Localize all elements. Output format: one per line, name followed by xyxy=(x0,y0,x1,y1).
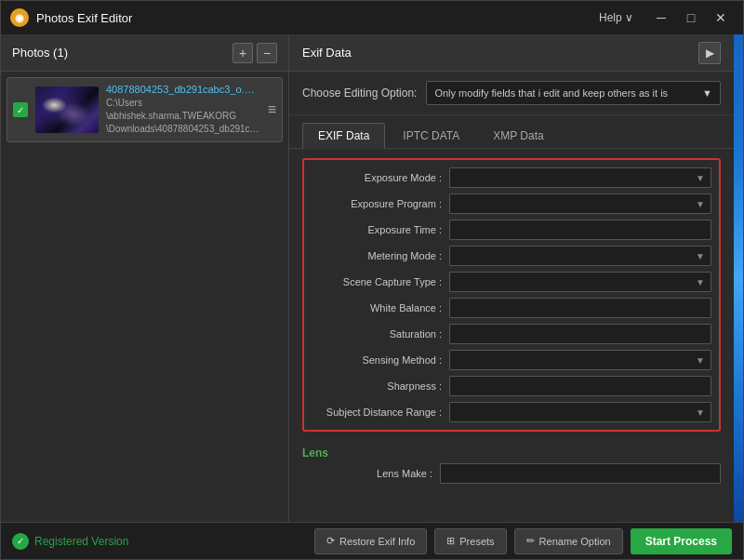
field-label-exposure-program: Exposure Program : xyxy=(312,198,442,209)
photo-path-1: C:\Users xyxy=(106,97,260,110)
photo-path-3: \Downloads\40878804253_db291ca... xyxy=(106,123,260,136)
registered-icon: ✓ xyxy=(12,533,29,550)
restore-icon: ⟳ xyxy=(326,535,335,547)
exif-panel: Exif Data ▶ Choose Editing Option: Only … xyxy=(289,34,734,522)
field-row-sharpness: Sharpness : xyxy=(312,376,711,396)
field-row-exposure-program: Exposure Program : ▼ xyxy=(312,193,711,214)
field-input-sensing-method[interactable]: ▼ xyxy=(449,350,711,370)
field-row-exposure-time: Exposure Time : xyxy=(312,220,711,240)
tab-xmp-data[interactable]: XMP Data xyxy=(477,123,559,148)
status-bar: ✓ Registered Version ⟳ Restore Exif Info… xyxy=(1,522,743,559)
fields-group: Exposure Mode : ▼ Exposure Program : ▼ xyxy=(302,158,721,432)
remove-photo-button[interactable]: − xyxy=(257,43,277,63)
field-label-scene-capture: Scene Capture Type : xyxy=(312,276,442,287)
field-label-metering-mode: Metering Mode : xyxy=(312,250,442,261)
field-row-scene-capture: Scene Capture Type : ▼ xyxy=(312,272,711,292)
lens-field-row-make: Lens Make : xyxy=(302,463,721,484)
registered-label: Registered Version xyxy=(34,535,128,548)
field-row-metering-mode: Metering Mode : ▼ xyxy=(312,246,711,266)
field-label-white-balance: White Balance : xyxy=(312,302,442,313)
photo-checkbox[interactable]: ✓ xyxy=(13,102,28,117)
editing-option-select[interactable]: Only modify fields that i edit and keep … xyxy=(426,81,721,105)
field-row-exposure-mode: Exposure Mode : ▼ xyxy=(312,167,711,188)
main-content: Photos (1) + − ✓ 40878804253_db291cabc3_… xyxy=(1,34,743,522)
app-icon: ◉ xyxy=(10,8,29,27)
dropdown-arrow-subject-distance: ▼ xyxy=(696,407,705,418)
field-label-saturation: Saturation : xyxy=(312,328,442,340)
field-input-scene-capture[interactable]: ▼ xyxy=(449,272,711,292)
field-input-subject-distance[interactable]: ▼ xyxy=(449,402,711,422)
dropdown-arrow-exposure-mode: ▼ xyxy=(696,173,705,183)
maximize-button[interactable]: □ xyxy=(678,7,704,28)
registered-badge: ✓ Registered Version xyxy=(12,533,128,550)
restore-exif-button[interactable]: ⟳ Restore Exif Info xyxy=(314,528,427,554)
dropdown-arrow-sensing-method: ▼ xyxy=(696,355,705,366)
field-input-sharpness[interactable] xyxy=(449,376,711,396)
editing-option-row: Choose Editing Option: Only modify field… xyxy=(289,72,734,115)
photo-filename: 40878804253_db291cabc3_o.png xyxy=(106,84,260,95)
exif-header: Exif Data ▶ xyxy=(289,34,734,72)
field-input-metering-mode[interactable]: ▼ xyxy=(449,246,711,266)
field-input-white-balance[interactable] xyxy=(449,298,711,318)
start-process-button[interactable]: Start Process xyxy=(631,528,732,554)
add-photo-button[interactable]: + xyxy=(232,43,253,63)
field-input-exposure-mode[interactable]: ▼ xyxy=(449,167,711,188)
field-row-subject-distance: Subject Distance Range : ▼ xyxy=(312,402,711,422)
rename-label: Rename Option xyxy=(539,536,611,547)
right-edge-decoration xyxy=(734,34,743,522)
editing-option-value: Only modify fields that i edit and keep … xyxy=(434,87,668,99)
field-label-subject-distance: Subject Distance Range : xyxy=(312,407,442,418)
field-label-exposure-time: Exposure Time : xyxy=(312,224,442,235)
photos-list: ✓ 40878804253_db291cabc3_o.png C:\Users … xyxy=(1,72,288,522)
field-row-saturation: Saturation : xyxy=(312,324,711,344)
field-input-exposure-program[interactable]: ▼ xyxy=(449,193,711,214)
title-bar: ◉ Photos Exif Editor Help ∨ ─ □ ✕ xyxy=(1,1,743,34)
exif-title: Exif Data xyxy=(302,46,698,60)
presets-label: Presets xyxy=(459,536,494,547)
lens-field-label-make: Lens Make : xyxy=(302,468,432,479)
window-controls: Help ∨ ─ □ ✕ xyxy=(599,7,734,28)
exif-nav-button[interactable]: ▶ xyxy=(698,42,721,64)
editing-option-arrow: ▼ xyxy=(702,87,712,99)
field-label-sharpness: Sharpness : xyxy=(312,380,442,392)
presets-icon: ⊞ xyxy=(446,535,455,547)
dropdown-arrow-metering-mode: ▼ xyxy=(696,251,705,261)
lens-field-input-make[interactable] xyxy=(440,463,721,484)
photo-thumbnail xyxy=(35,87,99,133)
field-row-white-balance: White Balance : xyxy=(312,298,711,318)
minimize-button[interactable]: ─ xyxy=(648,7,674,28)
field-row-sensing-method: Sensing Method : ▼ xyxy=(312,350,711,370)
help-button[interactable]: Help ∨ xyxy=(599,11,633,24)
rename-icon: ✏ xyxy=(526,535,535,547)
field-label-exposure-mode: Exposure Mode : xyxy=(312,172,442,183)
photos-title: Photos (1) xyxy=(12,46,229,60)
field-label-sensing-method: Sensing Method : xyxy=(312,354,442,366)
lens-section: Lens Lens Make : xyxy=(302,441,721,484)
tab-exif-data[interactable]: EXIF Data xyxy=(302,123,385,149)
presets-button[interactable]: ⊞ Presets xyxy=(434,528,506,554)
photo-path-2: \abhishek.sharma.TWEAKORG xyxy=(106,110,260,123)
photos-header: Photos (1) + − xyxy=(1,34,288,72)
rename-option-button[interactable]: ✏ Rename Option xyxy=(514,528,623,554)
tabs-row: EXIF Data IPTC DATA XMP Data xyxy=(289,115,734,149)
dropdown-arrow-exposure-program: ▼ xyxy=(696,199,705,209)
exif-fields-wrapper: Exposure Mode : ▼ Exposure Program : ▼ xyxy=(289,149,734,522)
editing-option-label: Choose Editing Option: xyxy=(302,87,417,100)
photo-info: 40878804253_db291cabc3_o.png C:\Users \a… xyxy=(106,84,260,136)
restore-label: Restore Exif Info xyxy=(339,536,415,547)
field-input-exposure-time[interactable] xyxy=(449,220,711,240)
photo-item[interactable]: ✓ 40878804253_db291cabc3_o.png C:\Users … xyxy=(7,77,283,142)
photo-menu-button[interactable]: ≡ xyxy=(268,101,276,118)
photos-panel: Photos (1) + − ✓ 40878804253_db291cabc3_… xyxy=(1,34,289,522)
app-title: Photos Exif Editor xyxy=(36,11,599,25)
lens-section-label: Lens xyxy=(302,441,721,463)
field-input-saturation[interactable] xyxy=(449,324,711,344)
dropdown-arrow-scene-capture: ▼ xyxy=(696,277,705,287)
tab-iptc-data[interactable]: IPTC DATA xyxy=(387,123,475,148)
close-button[interactable]: ✕ xyxy=(708,7,734,28)
start-label: Start Process xyxy=(645,535,717,548)
